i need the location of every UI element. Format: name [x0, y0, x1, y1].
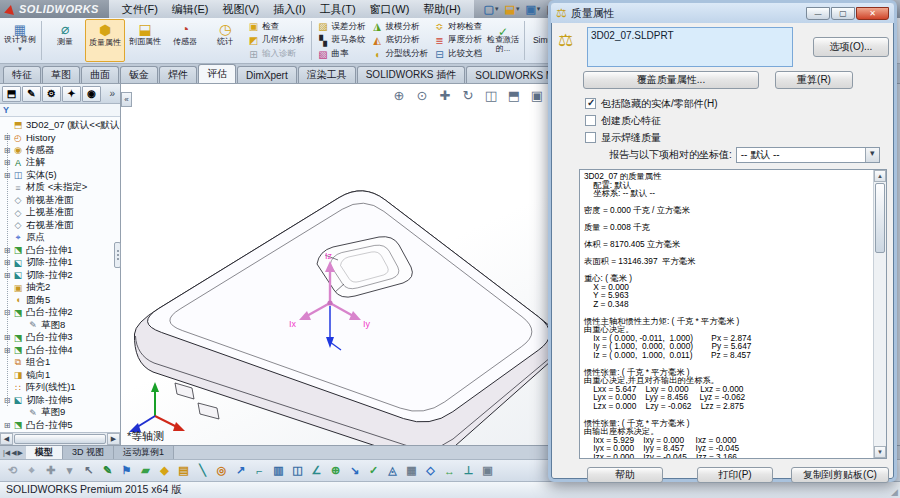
check-active-document-button[interactable]: ✓ 检查激活的...: [485, 19, 521, 62]
feature-tree-item[interactable]: ⊞ A 注解: [2, 157, 120, 170]
feature-tree-item[interactable]: ✎ 草图8: [2, 319, 120, 332]
feature-tree-item[interactable]: ∷ 阵列(线性)1: [2, 382, 120, 395]
ribbon-button[interactable]: ⊟ 比较文档: [431, 48, 485, 61]
menu-item[interactable]: 插入(I): [266, 2, 312, 17]
feature-tree-item[interactable]: ◨ 镜向1: [2, 369, 120, 382]
tab-navigation[interactable]: |◀ ◀ ▶: [0, 446, 26, 459]
expand-toggle-icon[interactable]: ⊞: [2, 171, 12, 180]
ribbon-button[interactable]: ⬓ 剖面属性: [125, 19, 165, 62]
design-study-button[interactable]: ▦ 设计算例: [2, 19, 38, 62]
toolbar-icon[interactable]: ◆: [156, 462, 173, 479]
ribbon-button[interactable]: ◮ 拔模分析: [369, 20, 432, 33]
expand-toggle-icon[interactable]: ⊞: [2, 346, 12, 355]
ribbon-button[interactable]: ▧ 曲率: [315, 48, 369, 61]
command-tab[interactable]: 特征: [3, 66, 41, 83]
feature-tree-item[interactable]: ⊟ ⬕ 切除-拉伸5: [2, 394, 120, 407]
expand-toggle-icon[interactable]: ⊞: [2, 133, 12, 142]
view-tab[interactable]: 运动算例1: [114, 446, 174, 459]
toolbar-icon[interactable]: ◇: [422, 462, 439, 479]
new-document-button[interactable]: ▢: [482, 1, 501, 17]
feature-tree-item[interactable]: ⬒ 3D02_07 (默认<<默认>_显示状: [2, 119, 120, 132]
zoom-fit-icon[interactable]: ⊕: [391, 88, 407, 103]
toolbar-icon[interactable]: ▤: [175, 462, 192, 479]
ribbon-button[interactable]: ▚ 斑马条纹: [315, 34, 369, 47]
tab-nav-prev-icon[interactable]: ◀: [11, 449, 16, 457]
tree-filter-bar[interactable]: Y: [0, 104, 120, 117]
expand-toggle-icon[interactable]: ⊞: [2, 158, 12, 167]
menu-item[interactable]: 帮助(H): [416, 2, 467, 17]
panel-overflow-button[interactable]: »: [109, 88, 118, 99]
view-tab[interactable]: 3D 视图: [63, 446, 114, 459]
toolbar-icon[interactable]: ▦: [403, 462, 420, 479]
toolbar-icon[interactable]: ⌖: [23, 462, 40, 479]
panel-collapse-button[interactable]: «: [121, 92, 132, 107]
tab-nav-next-icon[interactable]: ▶: [18, 449, 23, 457]
expand-toggle-icon[interactable]: ⊞: [2, 333, 12, 342]
graphics-viewport[interactable]: Iz Ix Iy « ⊕⊙✚↻◫⬒▣◧ *等轴测: [121, 84, 548, 445]
toolbar-icon[interactable]: ⚑: [118, 462, 135, 479]
dialog-checkbox-row[interactable]: 创建质心特征: [585, 114, 718, 127]
options-button[interactable]: 选项(O)...: [813, 37, 889, 57]
feature-tree-item[interactable]: ⊞ ⬔ 凸台-拉伸4: [2, 344, 120, 357]
ribbon-button[interactable]: ≎ 对称检查: [431, 20, 485, 33]
results-scrollbar[interactable]: ▲ ▼: [873, 170, 886, 458]
tab-nav-first-icon[interactable]: |◀: [3, 449, 10, 457]
scroll-up-icon[interactable]: ▲: [874, 170, 886, 182]
minimize-button[interactable]: [806, 7, 830, 20]
display-style-icon[interactable]: ▣: [529, 88, 545, 103]
toolbar-icon[interactable]: ↗: [232, 462, 249, 479]
toolbar-icon[interactable]: ↔: [441, 462, 458, 479]
feature-tree-item[interactable]: ⊞ ⬔ 凸台-拉伸1: [2, 244, 120, 257]
toolbar-icon[interactable]: ▣: [479, 462, 496, 479]
toolbar-icon[interactable]: ▥: [270, 462, 287, 479]
toolbar-icon[interactable]: ⌐: [251, 462, 268, 479]
feature-tree-item[interactable]: ⊞ ⬕ 切除-拉伸2: [2, 269, 120, 282]
ribbon-button[interactable]: ◷ 统计: [205, 19, 245, 62]
feature-tree-item[interactable]: ⊞ ⬕ 切除-拉伸1: [2, 257, 120, 270]
feature-tree-item[interactable]: ⊞ ⬔ 凸台-拉伸3: [2, 332, 120, 345]
dialog-checkbox-row[interactable]: 包括隐藏的实体/零部件(H): [585, 97, 718, 110]
panel-splitter-handle[interactable]: [114, 242, 121, 268]
feature-tree-item[interactable]: ⊞ ◉ 传感器: [2, 144, 120, 157]
scrollbar-thumb[interactable]: [14, 434, 106, 444]
save-button[interactable]: ▣: [523, 1, 542, 17]
dialog-title-bar[interactable]: ⚖ 质量属性: [551, 3, 894, 23]
toolbar-icon[interactable]: ◬: [384, 462, 401, 479]
ribbon-button[interactable]: ▨ 误差分析: [315, 20, 369, 33]
checkbox[interactable]: [585, 98, 596, 109]
rotate-view-icon[interactable]: ↻: [460, 88, 476, 103]
feature-tree-item[interactable]: ⊞ ◴ History: [2, 132, 120, 145]
toolbar-icon[interactable]: ▾: [61, 462, 78, 479]
feature-tree-item[interactable]: ◇ 上视基准面: [2, 207, 120, 220]
menu-item[interactable]: 工具(T): [313, 2, 363, 17]
feature-tree-item[interactable]: ◇ 右视基准面: [2, 219, 120, 232]
command-tab[interactable]: 评估: [198, 64, 236, 83]
expand-toggle-icon[interactable]: ⊞: [2, 421, 12, 430]
feature-tree-item[interactable]: ⧉ 组合1: [2, 357, 120, 370]
expand-toggle-icon[interactable]: ⊞: [2, 271, 12, 280]
ribbon-button[interactable]: ⌀ 测量: [45, 19, 85, 62]
copy-to-clipboard-button[interactable]: 复制到剪贴板(C): [791, 467, 889, 483]
toolbar-icon[interactable]: ⊕: [327, 462, 344, 479]
expand-toggle-icon[interactable]: ⊟: [2, 308, 12, 317]
ribbon-button[interactable]: ◖ 分型线分析: [369, 48, 432, 61]
toolbar-icon[interactable]: ▰: [137, 462, 154, 479]
feature-tree-item[interactable]: ≡ 材质 <未指定>: [2, 182, 120, 195]
expand-toggle-icon[interactable]: ⊞: [2, 246, 12, 255]
recalculate-button[interactable]: 重算(R): [775, 71, 853, 89]
toolbar-icon[interactable]: ⊥: [460, 462, 477, 479]
feature-tree-item[interactable]: ⊟ ⬔ 凸台-拉伸2: [2, 307, 120, 320]
feature-tree-item[interactable]: ⊞ ◫ 实体(5): [2, 169, 120, 182]
ribbon-button[interactable]: ⊞ 输入诊断: [245, 48, 308, 61]
tree-horizontal-scrollbar[interactable]: ◀ ▶: [0, 432, 120, 445]
menu-item[interactable]: 窗口(W): [363, 2, 417, 17]
menu-item[interactable]: 文件(F): [115, 2, 165, 17]
selected-items-field[interactable]: 3D02_07.SLDPRT: [587, 27, 793, 67]
scroll-down-icon[interactable]: ▼: [874, 446, 886, 458]
scrollbar-thumb[interactable]: [875, 183, 885, 253]
ribbon-button[interactable]: ≣ 厚度分析: [431, 34, 485, 47]
override-mass-properties-button[interactable]: 覆盖质量属性...: [583, 71, 759, 89]
toolbar-icon[interactable]: ◎: [213, 462, 230, 479]
feature-tree-item[interactable]: ◇ 前视基准面: [2, 194, 120, 207]
coordinate-system-dropdown[interactable]: -- 默认 --: [736, 147, 880, 163]
